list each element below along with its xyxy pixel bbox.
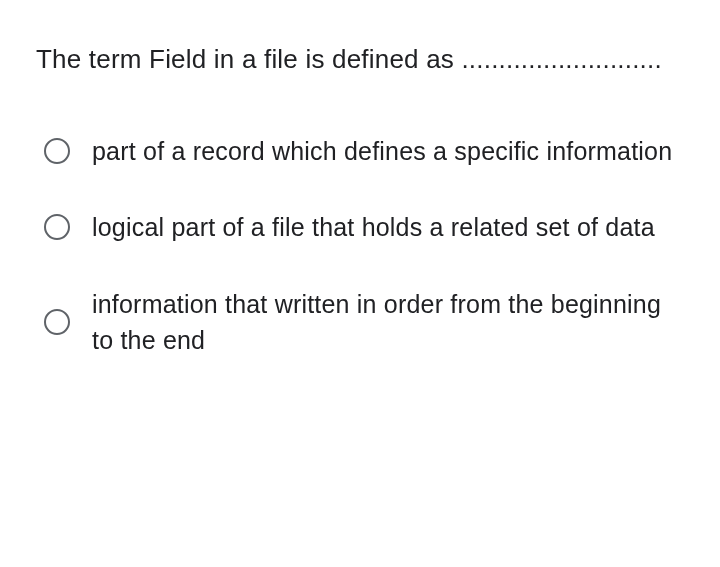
option-2[interactable]: logical part of a file that holds a rela… <box>44 209 684 245</box>
options-group: part of a record which defines a specifi… <box>36 133 684 358</box>
radio-icon <box>44 309 70 335</box>
option-3[interactable]: information that written in order from t… <box>44 286 684 359</box>
question-text: The term Field in a file is defined as .… <box>36 40 684 79</box>
option-label: information that written in order from t… <box>92 286 684 359</box>
option-1[interactable]: part of a record which defines a specifi… <box>44 133 684 169</box>
option-label: logical part of a file that holds a rela… <box>92 209 655 245</box>
option-label: part of a record which defines a specifi… <box>92 133 672 169</box>
radio-icon <box>44 138 70 164</box>
radio-icon <box>44 214 70 240</box>
